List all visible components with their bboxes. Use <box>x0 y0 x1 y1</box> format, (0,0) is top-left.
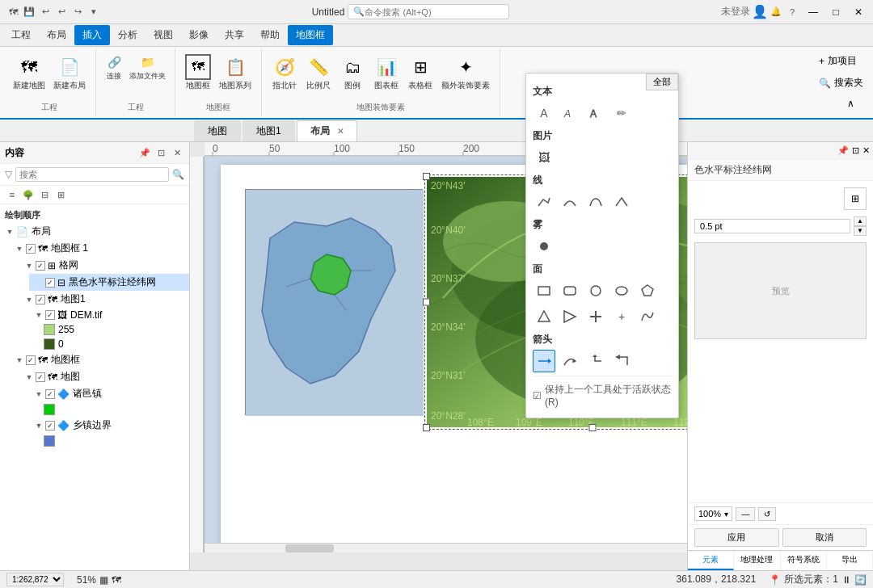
zoom-map-icon[interactable]: 🗺 <box>112 574 121 586</box>
pin-icon[interactable]: 📌 <box>137 145 152 160</box>
handle-tl[interactable] <box>423 173 430 180</box>
tree-item-gridnet[interactable]: ▼ ⊞ 格网 <box>19 257 189 274</box>
arrow-curve-btn[interactable] <box>559 350 581 372</box>
tree-item-mapframe1[interactable]: ▼ 🗺 地图框 1 <box>10 240 189 257</box>
zoom-bar-icon[interactable]: ▦ <box>99 574 108 586</box>
expand-map-icon[interactable]: ▼ <box>24 372 34 382</box>
polygon-btn[interactable] <box>636 279 659 302</box>
tab-layout-close[interactable]: ✕ <box>337 127 344 136</box>
text-styled-icon-btn[interactable]: A <box>559 102 581 124</box>
ellipse-btn[interactable] <box>610 279 633 302</box>
size-down-button[interactable]: ▼ <box>854 226 867 236</box>
hscroll-thumb[interactable] <box>285 544 334 552</box>
map-frame-1[interactable] <box>245 189 423 415</box>
zoom-minus-button[interactable]: — <box>736 507 755 521</box>
command-search-input[interactable] <box>365 7 486 17</box>
tree-item-map1[interactable]: ▼ 🗺 地图1 <box>19 291 189 308</box>
map-series-button[interactable]: 📋 地图系列 <box>216 52 255 94</box>
tree-item-map[interactable]: ▼ 🗺 地图 <box>19 368 189 385</box>
minimize-button[interactable]: — <box>805 4 821 20</box>
expand-dem-icon[interactable]: ▼ <box>34 310 44 320</box>
sidebar-search-input[interactable] <box>15 167 169 182</box>
dropdown-icon[interactable]: ▾ <box>87 6 100 19</box>
apply-button[interactable]: 应用 <box>694 528 779 547</box>
graticule-checkbox[interactable] <box>45 278 55 288</box>
arrow-back2-btn[interactable] <box>610 350 633 372</box>
menu-analysis[interactable]: 分析 <box>110 25 146 45</box>
arrow-back-btn[interactable] <box>584 350 607 372</box>
text-outline-icon-btn[interactable]: A <box>584 102 607 124</box>
map1-checkbox[interactable] <box>36 295 45 304</box>
expand-mapframe2-icon[interactable]: ▼ <box>15 355 24 365</box>
expand-gridnet-icon[interactable]: ▼ <box>24 261 34 271</box>
menu-share[interactable]: 共享 <box>217 25 252 45</box>
hscroll[interactable] <box>205 543 687 552</box>
command-search-box[interactable]: 🔍 <box>348 4 509 19</box>
cancel-button[interactable]: 取消 <box>782 528 867 547</box>
handle-bl[interactable] <box>423 424 430 431</box>
text-edit-icon-btn[interactable]: ✏ <box>610 102 633 124</box>
add-folder-button[interactable]: 📁 添加文件夹 <box>127 52 168 83</box>
undo-icon[interactable]: ↩ <box>39 6 52 19</box>
map-checkbox[interactable] <box>36 372 45 382</box>
menu-project[interactable]: 工程 <box>3 25 39 45</box>
new-layout-button[interactable]: 📄 新建布局 <box>50 52 89 94</box>
mapframe-button[interactable]: 🗺 地图框 <box>182 52 214 94</box>
tree-item-dem[interactable]: ▼ 🖼 DEM.tif <box>29 308 189 322</box>
tree-item-township[interactable]: ▼ 🔷 乡镇边界 <box>29 417 189 434</box>
grid-toggle-button[interactable]: ⊞ <box>844 187 867 210</box>
legend-button[interactable]: 🗂 图例 <box>336 52 369 94</box>
search-folder-button[interactable]: 🔍 搜索夹 <box>816 74 867 92</box>
help-icon[interactable]: ? <box>786 6 799 19</box>
sidebar-dock-icon[interactable]: ⊡ <box>154 145 168 160</box>
right-panel-close-icon[interactable]: ✕ <box>862 145 870 156</box>
tab-map[interactable]: 地图 <box>194 120 241 141</box>
triangle-btn[interactable] <box>533 305 555 328</box>
triangle2-btn[interactable] <box>559 305 581 328</box>
north-arrow-button[interactable]: 🧭 指北针 <box>268 52 301 94</box>
save-icon[interactable]: 💾 <box>23 6 36 19</box>
connect-button[interactable]: 🔗 连接 <box>103 52 125 83</box>
collapse-all-icon[interactable]: ⊟ <box>37 187 52 202</box>
menu-insert[interactable]: 插入 <box>74 25 110 45</box>
expand-graticule-icon[interactable] <box>34 278 44 288</box>
size-up-button[interactable]: ▲ <box>854 216 867 226</box>
menu-mapframe[interactable]: 地图框 <box>288 25 333 45</box>
size-stepper[interactable]: ▲ ▼ <box>854 216 867 236</box>
tab-element[interactable]: 元素 <box>688 551 734 570</box>
circle-btn[interactable] <box>584 279 607 302</box>
line-angle-btn[interactable] <box>610 191 633 213</box>
line-curve-btn[interactable] <box>559 191 581 213</box>
menu-imagery[interactable]: 影像 <box>181 25 217 45</box>
tree-item-graticule[interactable]: ⊟ 黑色水平标注经纬网 <box>29 274 189 291</box>
popup-footer[interactable]: ☑ 保持上一个工具处于活跃状态 (R) <box>533 380 672 411</box>
tab-geoprocessing[interactable]: 地理处理 <box>734 551 780 570</box>
scale-select[interactable]: 1:262,872 <box>6 573 64 586</box>
tab-map1[interactable]: 地图1 <box>242 120 295 141</box>
size-input[interactable]: 0.5 pt <box>694 219 850 233</box>
expand-layout-icon[interactable]: ▼ <box>5 227 15 237</box>
extra-elements-button[interactable]: ✦ 额外装饰要素 <box>438 52 493 94</box>
line-arc-btn[interactable] <box>584 191 607 213</box>
dem-checkbox[interactable] <box>45 310 55 320</box>
collapse-ribbon-button[interactable]: ∧ <box>834 95 867 111</box>
maximize-button[interactable]: □ <box>828 4 844 20</box>
zoom-select[interactable]: 100% ▾ <box>694 506 732 521</box>
tree-item-mapframe2[interactable]: ▼ 🗺 地图框 <box>10 351 189 368</box>
zhuyizhen-checkbox[interactable] <box>45 389 55 399</box>
tree-item-zhuyizhen[interactable]: ▼ 🔷 诸邑镇 <box>29 385 189 402</box>
search-execute-icon[interactable]: 🔍 <box>172 169 184 180</box>
mapframe1-checkbox[interactable] <box>26 244 36 254</box>
redo-icon[interactable]: ↪ <box>71 6 84 19</box>
line-draw-btn[interactable] <box>533 191 555 213</box>
mapframe2-checkbox[interactable] <box>26 355 36 365</box>
undo2-icon[interactable]: ↩ <box>55 6 68 19</box>
handle-ml[interactable] <box>423 299 430 306</box>
expand-mapframe1-icon[interactable]: ▼ <box>15 244 24 254</box>
tree-view-icon[interactable]: 🌳 <box>21 187 36 202</box>
refresh-icon[interactable]: 🔄 <box>854 574 867 586</box>
table-frame-button[interactable]: ⊞ 表格框 <box>404 52 436 94</box>
zoom-dropdown-icon[interactable]: ▾ <box>724 510 728 519</box>
right-panel-pin-icon[interactable]: 📌 <box>837 145 849 156</box>
plus-btn[interactable]: + <box>610 305 633 328</box>
